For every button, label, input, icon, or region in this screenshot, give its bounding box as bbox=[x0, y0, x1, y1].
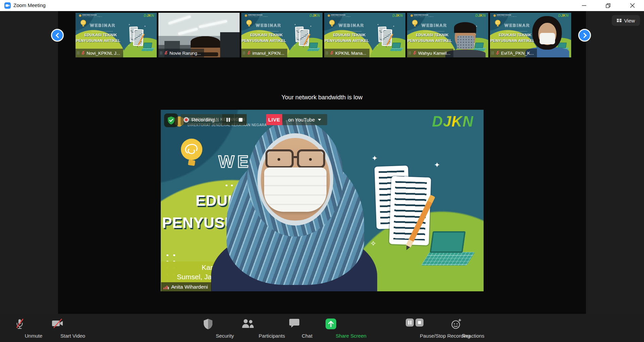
ministry-name: KEMENTERIAN KEUANGAN bbox=[414, 14, 428, 15]
slide-title-line1: EDUKASI TEKNIK bbox=[84, 33, 117, 37]
lightbulb-illustration bbox=[80, 20, 87, 28]
sparkle-icon: ✦ bbox=[144, 25, 146, 27]
recording-controls bbox=[222, 114, 247, 125]
slide-title-line2: PENYUSUNAN ARTIKEL bbox=[325, 39, 369, 43]
participant-name: Wahyu Kanwil... bbox=[418, 51, 450, 56]
participant-video-kpknl[interactable]: KEMENTERIAN KEUANGAN DIREKTORAT JENDERAL… bbox=[324, 13, 405, 57]
security-check-icon bbox=[167, 116, 175, 125]
sparkle-icon: ✦ bbox=[371, 154, 378, 163]
share-screen-button[interactable]: Share Screen bbox=[311, 314, 351, 342]
pause-recording-button[interactable] bbox=[222, 114, 234, 125]
sparkle-icon: ✦ bbox=[129, 23, 130, 26]
ministry-name: KEMENTERIAN KEUANGAN bbox=[248, 14, 262, 15]
directorate-name: DIREKTORAT JENDERAL KEKAYAAN NEGARA bbox=[82, 16, 102, 17]
participant-name: imanul_KPKN... bbox=[252, 51, 284, 56]
participant-video-imanul[interactable]: KEMENTERIAN KEUANGAN DIREKTORAT JENDERAL… bbox=[241, 13, 323, 57]
participant-name: Novi_KPKNL J... bbox=[87, 51, 120, 56]
close-button[interactable] bbox=[624, 0, 640, 11]
chat-button[interactable]: Chat bbox=[282, 314, 307, 342]
participant-name: KPKNL Mana... bbox=[335, 51, 366, 56]
lightbulb-illustration bbox=[412, 20, 418, 28]
live-platform-label: on YouTube bbox=[288, 117, 315, 123]
slide-title-line1: EDUKASI TEKNIK bbox=[333, 33, 366, 37]
zoom-meeting-window: Zoom Meeting KEMENTERIAN KEUANGAN DIREKT… bbox=[0, 0, 644, 342]
recording-icon bbox=[183, 116, 190, 123]
slide-title-outline: WEBINAR bbox=[256, 23, 281, 28]
ministry-name: KEMENTERIAN KEUANGAN bbox=[497, 14, 511, 15]
sparkle-icon: ✧ bbox=[294, 45, 296, 47]
encryption-shield-button[interactable] bbox=[164, 113, 178, 127]
lightbulb-illustration bbox=[329, 20, 335, 28]
participant-name-tag: KPKNL Mana... bbox=[324, 49, 369, 57]
chat-bubble-icon bbox=[289, 318, 300, 329]
gallery-next-button[interactable] bbox=[578, 29, 591, 42]
speaker-name: Anita Wihardeni bbox=[171, 284, 208, 290]
live-platform-dropdown[interactable]: on YouTube bbox=[282, 114, 327, 125]
meeting-stage: KEMENTERIAN KEUANGAN DIREKTORAT JENDERAL… bbox=[58, 11, 586, 314]
muted-mic-icon bbox=[412, 51, 417, 55]
reactions-button[interactable]: Reactions bbox=[440, 314, 473, 342]
live-badge: LIVE bbox=[266, 114, 282, 125]
laptop-illustration bbox=[390, 48, 403, 51]
dotted-divider bbox=[506, 31, 527, 32]
view-label: View bbox=[624, 18, 635, 23]
dotted-divider bbox=[340, 31, 361, 32]
lightbulb-illustration bbox=[180, 138, 205, 170]
main-speaker-video: KEMENTERIAN KEUANGAN DIREKTORAT JENDERAL… bbox=[161, 110, 484, 291]
sparkle-icon: ✧ bbox=[128, 45, 130, 47]
pause-stop-icons bbox=[405, 318, 425, 328]
shield-icon bbox=[203, 318, 213, 331]
djkn-logo: DJKN bbox=[144, 13, 154, 17]
unmute-button[interactable]: Unmute bbox=[5, 314, 34, 342]
chevron-right-icon bbox=[581, 33, 587, 38]
start-video-button[interactable]: Start Video bbox=[42, 314, 73, 342]
laptop-illustration bbox=[392, 43, 401, 48]
view-button[interactable]: View bbox=[612, 15, 640, 26]
participant-video-evita[interactable]: KEMENTERIAN KEUANGAN DIREKTORAT JENDERAL… bbox=[490, 13, 571, 57]
recording-indicator: Recording... bbox=[181, 114, 247, 125]
kemenkeu-logo bbox=[493, 14, 496, 17]
laptop-illustration bbox=[430, 231, 466, 253]
connection-quality-icon bbox=[160, 51, 162, 55]
chevron-down-icon bbox=[318, 119, 321, 121]
djkn-logo: DJKN bbox=[432, 113, 474, 130]
window-title: Zoom Meeting bbox=[13, 2, 46, 8]
sparkle-icon: ✧ bbox=[377, 45, 379, 47]
laptop-illustration bbox=[421, 252, 475, 265]
stop-recording-button[interactable] bbox=[235, 114, 247, 125]
share-screen-icon bbox=[325, 318, 337, 331]
slide-title-line1: EDUKASI TEKNIK bbox=[416, 33, 449, 37]
start-video-label: Start Video bbox=[57, 333, 88, 339]
slide-title-outline: WEBINAR bbox=[90, 23, 115, 28]
restore-button[interactable] bbox=[600, 0, 616, 11]
slide-title-line1: EDUKASI TEKNIK bbox=[250, 33, 283, 37]
directorate-name: DIREKTORAT JENDERAL KEKAYAAN NEGARA bbox=[331, 16, 351, 17]
meeting-toolbar: Unmute Start Video Security Participants… bbox=[0, 314, 644, 342]
laptop-illustration bbox=[141, 48, 155, 51]
participant-video-wahyu[interactable]: KEMENTERIAN KEUANGAN DIREKTORAT JENDERAL… bbox=[407, 13, 488, 57]
participant-video-novi[interactable]: KEMENTERIAN KEUANGAN DIREKTORAT JENDERAL… bbox=[76, 13, 157, 57]
minimize-button[interactable] bbox=[576, 0, 592, 11]
participants-button[interactable]: Participants bbox=[232, 314, 272, 342]
muted-mic-icon bbox=[247, 51, 251, 55]
participant-video-novie[interactable]: Novie Rarung... bbox=[158, 13, 240, 57]
gallery-prev-button[interactable] bbox=[51, 29, 64, 42]
video-off-icon bbox=[51, 318, 64, 330]
sparkle-icon: ✦ bbox=[434, 161, 440, 169]
muted-mic-icon bbox=[164, 51, 168, 55]
participant-name: Novie Rarung... bbox=[169, 51, 201, 56]
sparkle-icon: ✦ bbox=[377, 23, 379, 26]
slide-title-outline: WEBINAR bbox=[339, 23, 364, 28]
directorate-name: DIREKTORAT JENDERAL KEKAYAAN NEGARA bbox=[248, 16, 268, 17]
zoom-app-icon bbox=[4, 2, 11, 9]
djkn-logo: DJKN bbox=[392, 13, 403, 17]
sparkle-icon: ✧ bbox=[370, 239, 376, 248]
speaker-eye bbox=[309, 158, 312, 161]
participant-name-tag: imanul_KPKN... bbox=[241, 49, 287, 57]
laptop-illustration bbox=[143, 43, 152, 48]
djkn-logo: DJKN bbox=[309, 13, 320, 17]
dotted-divider bbox=[423, 31, 444, 32]
pause-stop-recording-button[interactable]: Pause/Stop Recording bbox=[391, 314, 445, 342]
pause-icon bbox=[226, 117, 230, 122]
security-button[interactable]: Security bbox=[191, 314, 225, 342]
